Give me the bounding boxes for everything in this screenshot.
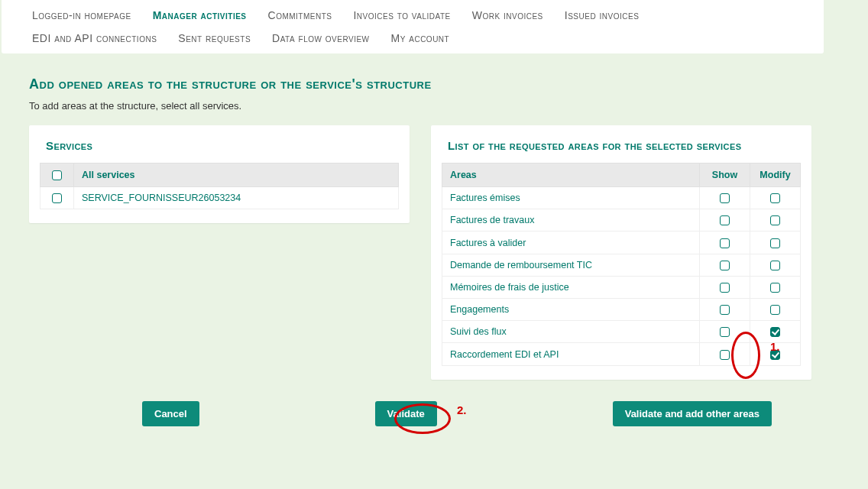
area-modify-checkbox[interactable] xyxy=(770,215,780,225)
area-modify-cell xyxy=(750,232,801,254)
nav-item[interactable]: My account xyxy=(391,29,450,47)
area-modify-checkbox[interactable] xyxy=(770,350,780,360)
validate-button[interactable]: Validate xyxy=(375,401,437,426)
area-show-checkbox[interactable] xyxy=(720,215,730,225)
area-show-cell xyxy=(700,276,750,298)
services-panel: Services All services SERVICE_FOURNISSEU… xyxy=(29,125,410,223)
area-row: Factures émises xyxy=(442,187,801,209)
area-row: Engagements xyxy=(442,299,801,321)
area-show-checkbox[interactable] xyxy=(720,283,730,293)
service-checkbox[interactable] xyxy=(52,193,62,203)
area-label: Factures à valider xyxy=(442,232,700,254)
areas-table: Areas Show Modify Factures émisesFacture… xyxy=(442,163,801,366)
services-header-checkbox-cell xyxy=(40,164,74,187)
page-subtitle: To add areas at the structure, select al… xyxy=(29,100,839,112)
cancel-button[interactable]: Cancel xyxy=(142,401,199,426)
nav-item[interactable]: Logged-in homepage xyxy=(32,6,131,24)
nav-item[interactable]: Sent requests xyxy=(178,29,251,47)
area-show-cell xyxy=(700,187,750,209)
area-row: Factures de travaux xyxy=(442,209,801,232)
page-body: Add opened areas to the structure or the… xyxy=(0,53,868,426)
services-panel-title: Services xyxy=(46,139,393,152)
area-modify-checkbox[interactable] xyxy=(770,193,780,203)
area-modify-cell xyxy=(750,187,801,209)
area-modify-checkbox[interactable] xyxy=(770,261,780,270)
area-modify-checkbox[interactable] xyxy=(770,327,780,337)
area-show-cell xyxy=(700,232,750,254)
area-modify-checkbox[interactable] xyxy=(770,305,780,315)
service-label[interactable]: SERVICE_FOURNISSEUR26053234 xyxy=(74,187,399,209)
area-show-cell xyxy=(700,299,750,321)
area-show-checkbox[interactable] xyxy=(720,193,730,203)
area-show-cell xyxy=(700,254,750,276)
page-title: Add opened areas to the structure or the… xyxy=(29,76,839,92)
area-show-checkbox[interactable] xyxy=(720,238,730,248)
area-row: Factures à valider xyxy=(442,232,801,254)
area-show-checkbox[interactable] xyxy=(720,327,730,337)
area-modify-cell xyxy=(750,321,801,343)
service-row-checkbox-cell xyxy=(40,187,74,209)
area-modify-cell xyxy=(750,209,801,232)
services-header-label: All services xyxy=(74,164,399,187)
area-label: Demande de remboursement TIC xyxy=(442,254,700,276)
areas-col-show: Show xyxy=(700,164,750,187)
select-all-services-checkbox[interactable] xyxy=(52,170,62,180)
area-label: Factures émises xyxy=(442,187,700,209)
area-row: Suivi des flux xyxy=(442,321,801,343)
area-show-checkbox[interactable] xyxy=(720,350,730,360)
nav-item[interactable]: Commitments xyxy=(268,6,332,24)
area-modify-cell xyxy=(750,343,801,365)
button-row: Cancel Validate Validate and add other a… xyxy=(29,401,772,426)
service-row: SERVICE_FOURNISSEUR26053234 xyxy=(40,187,399,209)
area-row: Raccordement EDI et API xyxy=(442,343,801,365)
nav-item[interactable]: Manager activities xyxy=(153,6,247,24)
area-label: Factures de travaux xyxy=(442,209,700,232)
nav-item[interactable]: Data flow overview xyxy=(272,29,369,47)
area-modify-cell xyxy=(750,254,801,276)
areas-col-area: Areas xyxy=(442,164,700,187)
areas-panel-title: List of the requested areas for the sele… xyxy=(448,139,795,152)
area-show-cell xyxy=(700,343,750,365)
area-show-checkbox[interactable] xyxy=(720,261,730,270)
validate-add-other-button[interactable]: Validate and add other areas xyxy=(613,401,772,426)
area-modify-cell xyxy=(750,276,801,298)
area-label: Suivi des flux xyxy=(442,321,700,343)
areas-col-modify: Modify xyxy=(750,164,801,187)
nav-item[interactable]: EDI and API connections xyxy=(32,29,157,47)
area-label: Raccordement EDI et API xyxy=(442,343,700,365)
area-show-cell xyxy=(700,321,750,343)
area-modify-checkbox[interactable] xyxy=(770,283,780,293)
areas-panel: List of the requested areas for the sele… xyxy=(431,125,811,380)
area-modify-checkbox[interactable] xyxy=(770,238,780,248)
area-row: Mémoires de frais de justice xyxy=(442,276,801,298)
area-row: Demande de remboursement TIC xyxy=(442,254,801,276)
area-label: Engagements xyxy=(442,299,700,321)
area-show-cell xyxy=(700,209,750,232)
nav-item[interactable]: Invoices to validate xyxy=(353,6,450,24)
area-show-checkbox[interactable] xyxy=(720,305,730,315)
nav-item[interactable]: Work invoices xyxy=(472,6,543,24)
area-label: Mémoires de frais de justice xyxy=(442,276,700,298)
navbar: Logged-in homepageManager activitiesComm… xyxy=(2,0,824,53)
services-table: All services SERVICE_FOURNISSEUR26053234 xyxy=(40,163,399,209)
area-modify-cell xyxy=(750,299,801,321)
nav-item[interactable]: Issued invoices xyxy=(565,6,640,24)
